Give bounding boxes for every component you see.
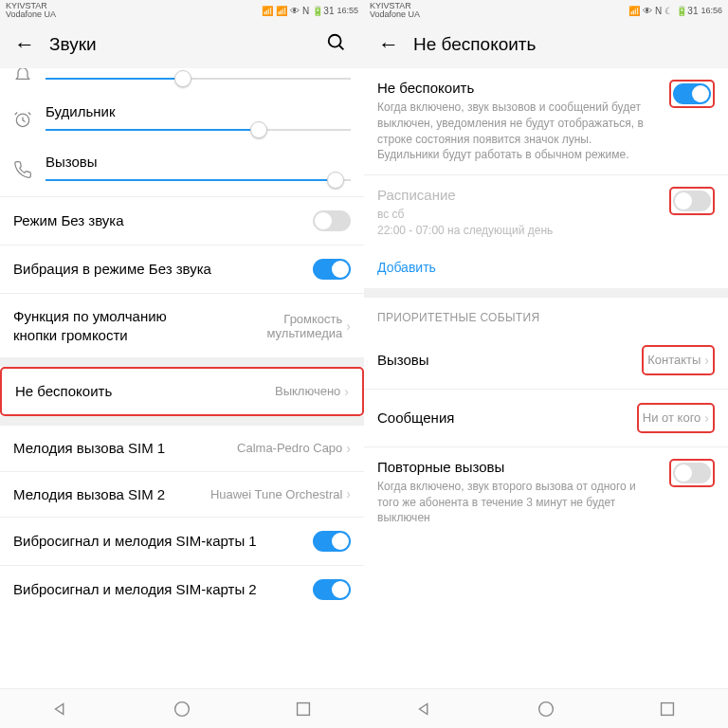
wifi-icon: 📶	[276, 6, 287, 16]
statusbar: KYIVSTAR Vodafone UA 📶 👁 N ☾ 🔋31 16:56	[364, 0, 728, 21]
statusbar: KYIVSTAR Vodafone UA 📶 📶 👁 N 🔋31 16:55	[0, 0, 364, 21]
row-priority-calls[interactable]: Вызовы Контакты ›	[364, 332, 728, 389]
chevron-icon: ›	[346, 486, 351, 501]
nav-recent[interactable]	[293, 699, 314, 719]
navbar	[0, 688, 364, 728]
time: 16:55	[337, 6, 358, 15]
row-sim1[interactable]: Мелодия вызова SIM 1 Calma-Pedro Capo ›	[0, 426, 364, 471]
label-alarm: Будильник	[46, 103, 351, 119]
nfc-icon: N	[655, 6, 662, 16]
moon-icon: ☾	[664, 6, 673, 16]
bell-icon	[13, 68, 46, 90]
time: 16:56	[701, 6, 722, 15]
row-priority-messages[interactable]: Сообщения Ни от кого ›	[364, 389, 728, 446]
carrier2: Vodafone UA	[370, 10, 420, 19]
svg-rect-6	[662, 702, 674, 715]
battery-icon: 🔋31	[312, 6, 334, 16]
toggle-dnd[interactable]	[673, 83, 711, 104]
eye-icon: 👁	[290, 6, 300, 16]
back-button[interactable]: ←	[11, 31, 38, 58]
row-dnd-main: Не беспокоить Когда включено, звук вызов…	[364, 68, 728, 174]
row-vibrate-silent[interactable]: Вибрация в режиме Без звука	[0, 245, 364, 293]
nav-recent[interactable]	[657, 699, 678, 719]
toggle-repeat[interactable]	[673, 463, 711, 483]
slider-calls[interactable]	[46, 179, 351, 181]
eye-icon: 👁	[643, 6, 652, 16]
navbar	[364, 688, 728, 728]
nfc-icon: N	[302, 6, 309, 16]
page-title: Не беспокоить	[413, 34, 717, 55]
chevron-icon: ›	[344, 384, 349, 399]
row-vib2[interactable]: Вибросигнал и мелодия SIM-карты 2	[0, 565, 364, 613]
chevron-icon: ›	[346, 318, 351, 334]
svg-rect-4	[298, 702, 310, 715]
search-button[interactable]	[326, 32, 353, 58]
svg-point-5	[539, 701, 554, 716]
header: ← Звуки	[0, 21, 364, 68]
battery-icon: 🔋31	[676, 6, 698, 16]
svg-line-1	[339, 45, 344, 49]
nav-back[interactable]	[50, 699, 71, 719]
screen-dnd: KYIVSTAR Vodafone UA 📶 👁 N ☾ 🔋31 16:56 ←…	[364, 0, 728, 728]
header: ← Не беспокоить	[364, 21, 728, 68]
slider-melody[interactable]	[46, 78, 351, 80]
screen-sounds: KYIVSTAR Vodafone UA 📶 📶 👁 N 🔋31 16:55 ←…	[0, 0, 364, 728]
back-button[interactable]: ←	[375, 31, 402, 58]
nav-home[interactable]	[172, 699, 192, 719]
row-silent[interactable]: Режим Без звука	[0, 196, 364, 245]
row-dnd[interactable]: Не беспокоить Выключено ›	[0, 367, 364, 416]
svg-point-3	[175, 701, 190, 716]
signal-icon: 📶	[262, 6, 273, 16]
nav-home[interactable]	[536, 699, 556, 719]
row-vol-default[interactable]: Функция по умолчанию кнопки громкости Гр…	[0, 293, 364, 357]
slider-alarm[interactable]	[46, 129, 351, 131]
toggle-vibrate-silent[interactable]	[313, 259, 351, 280]
signal-icon: 📶	[628, 6, 640, 16]
nav-back[interactable]	[414, 699, 435, 719]
alarm-icon	[13, 110, 46, 134]
page-title: Звуки	[49, 34, 326, 55]
chevron-icon: ›	[704, 410, 709, 426]
label-calls: Вызовы	[46, 154, 351, 170]
row-sim2[interactable]: Мелодия вызова SIM 2 Huawei Tune Orchest…	[0, 471, 364, 518]
row-repeat-calls: Повторные вызовы Когда включено, звук вт…	[364, 446, 728, 537]
toggle-vib1[interactable]	[313, 531, 351, 552]
toggle-schedule[interactable]	[673, 191, 711, 211]
carrier2: Vodafone UA	[6, 10, 56, 19]
phone-icon	[13, 160, 46, 184]
chevron-icon: ›	[704, 353, 709, 368]
add-button[interactable]: Добавить	[364, 250, 728, 288]
chevron-icon: ›	[346, 441, 351, 456]
svg-point-0	[329, 34, 341, 46]
toggle-vib2[interactable]	[313, 579, 351, 600]
row-vib1[interactable]: Вибросигнал и мелодия SIM-карты 1	[0, 517, 364, 565]
row-schedule[interactable]: Расписание вс сб 22:00 - 07:00 на следую…	[364, 174, 728, 250]
section-priority: ПРИОРИТЕТНЫЕ СОБЫТИЯ	[364, 298, 728, 332]
toggle-silent[interactable]	[313, 210, 351, 231]
